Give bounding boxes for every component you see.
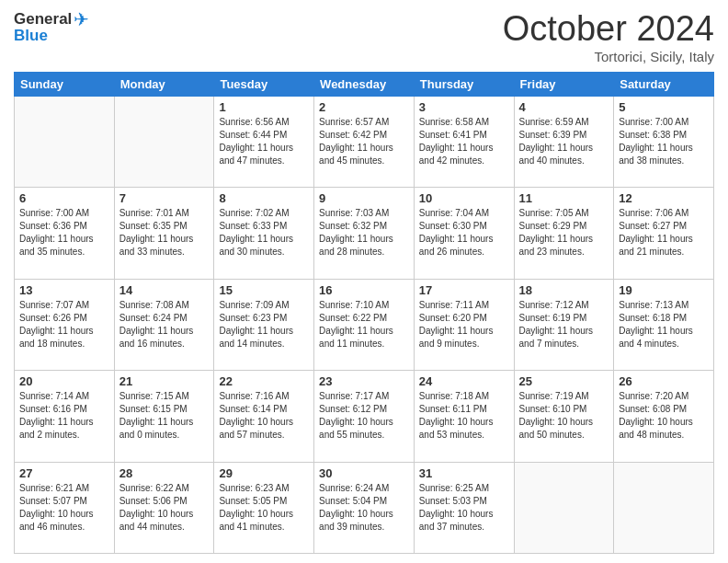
day-info-text: Daylight: 11 hours and 38 minutes. (619, 142, 709, 167)
day-info-text: Sunrise: 7:20 AM (619, 390, 709, 403)
day-number: 3 (419, 100, 509, 114)
day-number: 16 (319, 283, 409, 297)
day-info-text: Sunset: 5:06 PM (119, 495, 210, 508)
day-info-text: Daylight: 11 hours and 23 minutes. (519, 233, 609, 259)
table-row: 27Sunrise: 6:21 AMSunset: 5:07 PMDayligh… (15, 462, 115, 553)
day-info-text: Daylight: 10 hours and 48 minutes. (619, 416, 709, 442)
day-info-text: Sunset: 6:08 PM (619, 403, 709, 416)
day-info-text: Daylight: 10 hours and 55 minutes. (319, 416, 409, 442)
day-info-text: Sunset: 6:10 PM (519, 403, 609, 416)
day-info-text: Sunrise: 7:01 AM (119, 207, 210, 220)
table-row: 31Sunrise: 6:25 AMSunset: 5:03 PMDayligh… (414, 462, 514, 553)
day-number: 6 (19, 191, 109, 205)
day-info-text: Sunrise: 6:24 AM (319, 482, 409, 495)
day-number: 5 (619, 100, 709, 114)
day-info-text: Daylight: 11 hours and 2 minutes. (19, 416, 109, 442)
day-info-text: Sunrise: 7:15 AM (119, 390, 210, 403)
day-info-text: Sunset: 6:44 PM (219, 129, 309, 142)
day-info-text: Sunrise: 6:56 AM (219, 116, 309, 129)
table-row: 25Sunrise: 7:19 AMSunset: 6:10 PMDayligh… (514, 371, 614, 462)
logo-bird-icon: ✈ (74, 9, 89, 29)
table-row: 9Sunrise: 7:03 AMSunset: 6:32 PMDaylight… (314, 188, 415, 279)
day-info-text: Daylight: 10 hours and 53 minutes. (419, 416, 509, 442)
day-info-text: Sunrise: 7:11 AM (419, 299, 509, 312)
table-row: 11Sunrise: 7:05 AMSunset: 6:29 PMDayligh… (514, 188, 614, 279)
day-info-text: Sunrise: 7:08 AM (119, 299, 210, 312)
table-row: 6Sunrise: 7:00 AMSunset: 6:36 PMDaylight… (15, 188, 115, 279)
day-number: 7 (119, 191, 210, 205)
table-row: 19Sunrise: 7:13 AMSunset: 6:18 PMDayligh… (614, 279, 714, 370)
day-info-text: Daylight: 11 hours and 16 minutes. (119, 325, 210, 350)
day-number: 15 (219, 283, 309, 297)
day-info-text: Daylight: 11 hours and 14 minutes. (219, 325, 309, 350)
day-info-text: Daylight: 10 hours and 41 minutes. (219, 508, 309, 534)
day-info-text: Daylight: 11 hours and 40 minutes. (519, 142, 609, 167)
table-row: 30Sunrise: 6:24 AMSunset: 5:04 PMDayligh… (314, 462, 415, 553)
day-info-text: Sunset: 6:29 PM (519, 220, 609, 233)
table-row: 29Sunrise: 6:23 AMSunset: 5:05 PMDayligh… (214, 462, 314, 553)
day-number: 22 (219, 374, 309, 388)
day-number: 1 (219, 100, 309, 114)
table-row (114, 97, 214, 188)
day-info-text: Daylight: 11 hours and 4 minutes. (619, 325, 709, 350)
header: General ✈ Blue October 2024 Tortorici, S… (14, 9, 714, 64)
day-info-text: Sunrise: 6:57 AM (319, 116, 409, 129)
location-text: Tortorici, Sicily, Italy (503, 49, 714, 64)
logo-blue-text: Blue (14, 28, 48, 45)
day-info-text: Sunrise: 6:25 AM (419, 482, 509, 495)
table-row: 12Sunrise: 7:06 AMSunset: 6:27 PMDayligh… (614, 188, 714, 279)
day-info-text: Daylight: 11 hours and 30 minutes. (219, 233, 309, 259)
day-info-text: Sunrise: 7:19 AM (519, 390, 609, 403)
day-number: 27 (19, 466, 109, 480)
table-row: 10Sunrise: 7:04 AMSunset: 6:30 PMDayligh… (414, 188, 514, 279)
day-info-text: Sunset: 6:15 PM (119, 403, 210, 416)
day-info-text: Sunrise: 7:00 AM (619, 116, 709, 129)
table-row: 22Sunrise: 7:16 AMSunset: 6:14 PMDayligh… (214, 371, 314, 462)
day-info-text: Sunrise: 7:17 AM (319, 390, 409, 403)
day-info-text: Sunset: 6:11 PM (419, 403, 509, 416)
table-row: 17Sunrise: 7:11 AMSunset: 6:20 PMDayligh… (414, 279, 514, 370)
day-info-text: Sunset: 6:27 PM (619, 220, 709, 233)
day-info-text: Daylight: 11 hours and 0 minutes. (119, 416, 210, 442)
calendar-week-row: 20Sunrise: 7:14 AMSunset: 6:16 PMDayligh… (15, 371, 714, 462)
day-info-text: Sunset: 5:05 PM (219, 495, 309, 508)
table-row: 18Sunrise: 7:12 AMSunset: 6:19 PMDayligh… (514, 279, 614, 370)
table-row: 24Sunrise: 7:18 AMSunset: 6:11 PMDayligh… (414, 371, 514, 462)
day-info-text: Daylight: 10 hours and 39 minutes. (319, 508, 409, 534)
day-info-text: Daylight: 10 hours and 57 minutes. (219, 416, 309, 442)
table-row: 13Sunrise: 7:07 AMSunset: 6:26 PMDayligh… (15, 279, 115, 370)
table-row: 20Sunrise: 7:14 AMSunset: 6:16 PMDayligh… (15, 371, 115, 462)
day-info-text: Sunrise: 7:07 AM (19, 299, 109, 312)
page: General ✈ Blue October 2024 Tortorici, S… (0, 0, 728, 563)
day-number: 10 (419, 191, 509, 205)
day-info-text: Sunrise: 6:22 AM (119, 482, 210, 495)
day-info-text: Sunrise: 7:06 AM (619, 207, 709, 220)
day-number: 31 (419, 466, 509, 480)
day-info-text: Daylight: 10 hours and 37 minutes. (419, 508, 509, 534)
day-number: 11 (519, 191, 609, 205)
calendar-table: Sunday Monday Tuesday Wednesday Thursday… (14, 72, 714, 554)
day-info-text: Sunset: 6:36 PM (19, 220, 109, 233)
day-info-text: Daylight: 11 hours and 33 minutes. (119, 233, 210, 259)
day-number: 20 (19, 374, 109, 388)
day-number: 19 (619, 283, 709, 297)
day-info-text: Sunrise: 7:03 AM (319, 207, 409, 220)
day-info-text: Sunset: 6:22 PM (319, 312, 409, 325)
day-info-text: Daylight: 11 hours and 26 minutes. (419, 233, 509, 259)
day-info-text: Daylight: 11 hours and 7 minutes. (519, 325, 609, 350)
day-info-text: Sunset: 6:14 PM (219, 403, 309, 416)
day-info-text: Sunrise: 7:05 AM (519, 207, 609, 220)
table-row: 21Sunrise: 7:15 AMSunset: 6:15 PMDayligh… (114, 371, 214, 462)
day-info-text: Sunrise: 7:02 AM (219, 207, 309, 220)
logo-general-text: General (14, 11, 72, 29)
day-number: 17 (419, 283, 509, 297)
day-info-text: Sunset: 6:19 PM (519, 312, 609, 325)
day-info-text: Sunrise: 7:12 AM (519, 299, 609, 312)
day-number: 4 (519, 100, 609, 114)
day-number: 21 (119, 374, 210, 388)
day-info-text: Sunset: 6:38 PM (619, 129, 709, 142)
table-row: 4Sunrise: 6:59 AMSunset: 6:39 PMDaylight… (514, 97, 614, 188)
day-number: 14 (119, 283, 210, 297)
col-wednesday: Wednesday (314, 73, 415, 97)
day-info-text: Sunset: 6:30 PM (419, 220, 509, 233)
